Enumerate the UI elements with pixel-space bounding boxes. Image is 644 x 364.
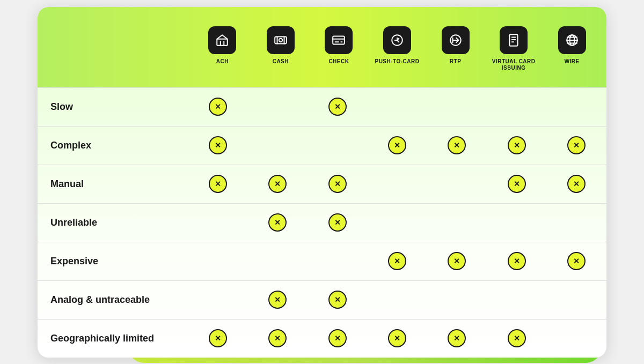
row-label-cell-0: Slow [38, 88, 188, 126]
rtp-icon [442, 26, 470, 54]
header-cell-virtual-card: VIRTUAL CARD ISSUING [485, 18, 543, 80]
x-mark-2-1 [268, 175, 287, 193]
svg-point-4 [279, 38, 283, 42]
x-mark-1-3 [388, 136, 406, 154]
virtual-card-icon [500, 26, 528, 54]
cell-5-0 [188, 281, 247, 319]
cell-5-2 [308, 281, 367, 319]
cell-5-6 [547, 281, 606, 319]
cell-3-1 [247, 204, 307, 242]
x-mark-1-4 [448, 136, 466, 154]
cell-6-4 [427, 320, 487, 358]
x-mark-4-5 [508, 252, 526, 270]
row-label-6: Geographically limited [50, 333, 154, 344]
cell-6-1 [247, 320, 307, 358]
cell-1-0 [188, 127, 247, 165]
header-label-wire: WIRE [565, 58, 580, 65]
header-label-push-to-card: PUSH-TO-CARD [375, 58, 419, 65]
cell-1-2 [308, 127, 367, 165]
x-mark-2-5 [508, 175, 526, 193]
comparison-table: ACHCASHCHECKPUSH-TO-CARDRTPVIRTUAL CARD … [38, 7, 606, 358]
x-mark-6-1 [268, 329, 287, 347]
table-body: SlowComplexManualUnreliableExpensiveAnal… [38, 87, 606, 358]
push-to-card-icon [383, 26, 411, 54]
cell-3-6 [547, 204, 606, 242]
svg-rect-5 [333, 36, 345, 44]
row-label-cell-2: Manual [38, 165, 188, 203]
cell-0-2 [308, 88, 367, 126]
cell-0-6 [547, 88, 606, 126]
header-label-check: CHECK [328, 58, 349, 65]
header-cell-push-to-card: PUSH-TO-CARD [368, 18, 427, 80]
cell-0-4 [427, 88, 487, 126]
cell-6-0 [188, 320, 247, 358]
row-label-0: Slow [50, 101, 73, 113]
cell-3-2 [308, 204, 367, 242]
cell-3-3 [367, 204, 427, 242]
row-label-cell-6: Geographically limited [38, 320, 188, 358]
x-mark-6-4 [448, 329, 466, 347]
cell-0-3 [367, 88, 427, 126]
table-row: Manual [38, 165, 606, 203]
table-row: Complex [38, 126, 606, 165]
data-rows: SlowComplexManualUnreliableExpensiveAnal… [38, 87, 606, 358]
cell-3-4 [427, 204, 487, 242]
cell-4-0 [188, 242, 247, 280]
table-header: ACHCASHCHECKPUSH-TO-CARDRTPVIRTUAL CARD … [38, 7, 606, 87]
x-mark-5-2 [328, 291, 347, 309]
cell-4-3 [367, 242, 427, 280]
header-cell-cash: CASH [252, 18, 310, 80]
header-cell-ach: ACH [193, 18, 252, 80]
table-row: Geographically limited [38, 319, 606, 358]
cell-4-5 [487, 242, 546, 280]
cell-2-6 [547, 165, 606, 203]
cell-4-6 [547, 242, 606, 280]
cell-2-0 [188, 165, 247, 203]
cell-5-5 [487, 281, 546, 319]
x-mark-2-0 [209, 175, 227, 193]
cell-5-3 [367, 281, 427, 319]
x-mark-1-0 [209, 136, 227, 154]
x-mark-4-6 [567, 252, 586, 270]
x-mark-1-6 [567, 136, 586, 154]
cell-1-4 [427, 127, 487, 165]
row-label-5: Analog & untraceable [50, 294, 150, 306]
x-mark-4-4 [448, 252, 466, 270]
row-label-cell-3: Unreliable [38, 204, 188, 242]
cell-5-4 [427, 281, 487, 319]
cell-4-2 [308, 242, 367, 280]
cell-5-1 [247, 281, 307, 319]
cell-1-5 [487, 127, 546, 165]
table-row: Unreliable [38, 203, 606, 242]
cell-3-0 [188, 204, 247, 242]
cell-4-1 [247, 242, 307, 280]
cell-2-2 [308, 165, 367, 203]
svg-rect-0 [217, 39, 228, 45]
row-label-1: Complex [50, 140, 91, 151]
ach-icon [208, 26, 236, 54]
check-icon [325, 26, 353, 54]
cell-0-5 [487, 88, 546, 126]
row-label-cell-4: Expensive [38, 242, 188, 280]
cell-6-6 [547, 320, 606, 358]
cell-6-2 [308, 320, 367, 358]
empty-header-cell [43, 18, 193, 80]
row-label-4: Expensive [50, 256, 98, 267]
cell-1-3 [367, 127, 427, 165]
cell-0-0 [188, 88, 247, 126]
cell-6-5 [487, 320, 546, 358]
row-label-3: Unreliable [50, 217, 97, 228]
row-label-cell-1: Complex [38, 127, 188, 165]
wire-icon [558, 26, 586, 54]
svg-rect-3 [275, 36, 287, 43]
x-mark-3-1 [268, 213, 287, 232]
header-label-ach: ACH [216, 58, 229, 65]
cell-1-6 [547, 127, 606, 165]
x-mark-6-0 [209, 329, 227, 347]
cell-2-5 [487, 165, 546, 203]
header-cell-check: CHECK [310, 18, 368, 80]
table-row: Analog & untraceable [38, 280, 606, 319]
x-mark-0-0 [209, 98, 227, 116]
x-mark-6-2 [328, 329, 347, 347]
row-label-2: Manual [50, 179, 84, 190]
